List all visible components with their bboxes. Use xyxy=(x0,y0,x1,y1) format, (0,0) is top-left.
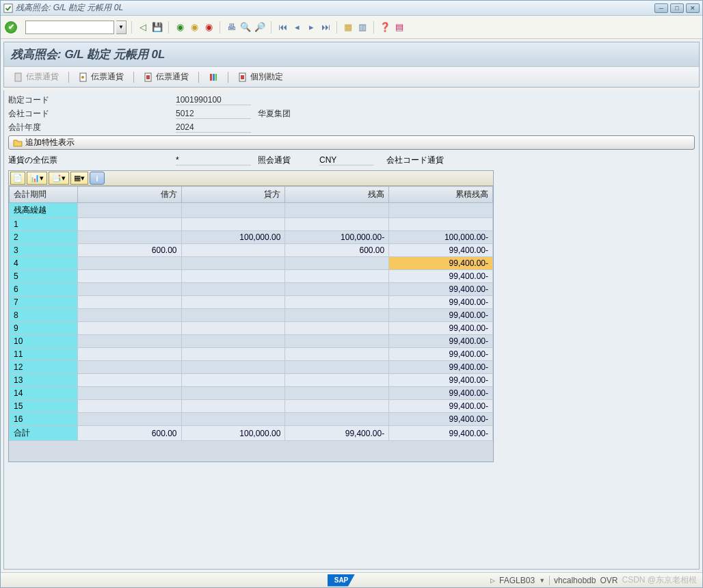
info-button[interactable]: i xyxy=(90,172,105,185)
cell-debit[interactable] xyxy=(77,283,181,296)
back-icon[interactable]: ◁ xyxy=(137,21,149,34)
table-row[interactable]: 1 xyxy=(10,218,493,231)
exit-icon[interactable]: ◉ xyxy=(188,21,200,34)
cell-balance[interactable] xyxy=(285,361,389,374)
cell-cum[interactable]: 99,400.00- xyxy=(389,296,493,309)
cell-debit[interactable]: 600.00 xyxy=(77,426,181,441)
cell-balance[interactable] xyxy=(285,387,389,400)
find-icon[interactable]: 🔍 xyxy=(239,21,252,34)
table-row[interactable]: 1099,400.00- xyxy=(10,335,493,348)
cell-debit[interactable] xyxy=(77,270,181,283)
cell-period[interactable]: 9 xyxy=(10,322,78,335)
cell-cum[interactable]: 99,400.00- xyxy=(389,387,493,400)
cell-period[interactable]: 合計 xyxy=(10,426,78,441)
doc-currency-1-button[interactable]: 伝票通貨 xyxy=(10,70,63,84)
cell-credit[interactable] xyxy=(181,283,285,296)
cell-credit[interactable] xyxy=(181,218,285,231)
cell-debit[interactable] xyxy=(77,413,181,426)
table-row[interactable]: 3600.00600.0099,400.00- xyxy=(10,244,493,257)
table-row[interactable]: 499,400.00- xyxy=(10,257,493,270)
cell-cum[interactable]: 99,400.00- xyxy=(389,270,493,283)
find-next-icon[interactable]: 🔎 xyxy=(254,21,266,34)
cell-period[interactable]: 3 xyxy=(10,244,78,257)
cell-cum[interactable]: 99,400.00- xyxy=(389,413,493,426)
help-icon[interactable]: ❓ xyxy=(379,21,391,34)
show-characteristics-button[interactable]: 追加特性表示 xyxy=(8,135,695,150)
cell-credit[interactable] xyxy=(181,309,285,322)
cell-period[interactable]: 11 xyxy=(10,348,78,361)
table-row[interactable]: 899,400.00- xyxy=(10,309,493,322)
cell-cum[interactable]: 99,400.00- xyxy=(389,400,493,413)
cell-period[interactable]: 2 xyxy=(10,231,78,244)
dropdown-icon[interactable]: ▼ xyxy=(539,577,545,584)
cell-balance[interactable] xyxy=(285,270,389,283)
layout-icon[interactable]: ▤ xyxy=(393,21,406,34)
cell-debit[interactable] xyxy=(77,257,181,270)
table-row[interactable]: 699,400.00- xyxy=(10,283,493,296)
cell-balance[interactable] xyxy=(285,322,389,335)
shortcut-icon[interactable]: ▥ xyxy=(356,21,369,34)
cell-cum[interactable]: 99,400.00- xyxy=(389,348,493,361)
table-row[interactable]: 1699,400.00- xyxy=(10,413,493,426)
cell-period[interactable]: 12 xyxy=(10,361,78,374)
cell-cum[interactable] xyxy=(389,218,493,231)
cell-cum[interactable]: 99,400.00- xyxy=(389,244,493,257)
cell-cum[interactable] xyxy=(389,203,493,218)
cell-debit[interactable] xyxy=(77,335,181,348)
cell-debit[interactable] xyxy=(77,348,181,361)
next-page-icon[interactable]: ▸ xyxy=(305,21,317,34)
cell-balance[interactable] xyxy=(285,374,389,387)
cell-debit[interactable] xyxy=(77,218,181,231)
cell-cum[interactable]: 99,400.00- xyxy=(389,283,493,296)
cell-cum[interactable]: 99,400.00- xyxy=(389,361,493,374)
cell-period[interactable]: 7 xyxy=(10,296,78,309)
col-debit[interactable]: 借方 xyxy=(77,187,181,203)
table-row[interactable]: 999,400.00- xyxy=(10,322,493,335)
cell-balance[interactable] xyxy=(285,218,389,231)
cell-period[interactable]: 残高繰越 xyxy=(10,203,78,218)
first-page-icon[interactable]: ⏮ xyxy=(276,21,289,34)
status-nav-icon[interactable]: ▷ xyxy=(490,577,495,584)
last-page-icon[interactable]: ⏭ xyxy=(319,21,332,34)
table-row[interactable]: 599,400.00- xyxy=(10,270,493,283)
doc-currency-3-button[interactable]: 伝票通貨 xyxy=(140,70,193,84)
close-button[interactable]: ✕ xyxy=(686,3,700,13)
cell-balance[interactable]: 600.00 xyxy=(285,244,389,257)
cell-period[interactable]: 13 xyxy=(10,374,78,387)
cell-balance[interactable] xyxy=(285,257,389,270)
table-row[interactable]: 799,400.00- xyxy=(10,296,493,309)
col-period[interactable]: 会計期間 xyxy=(10,187,78,203)
table-row[interactable]: 残高繰越 xyxy=(10,203,493,218)
cell-balance[interactable] xyxy=(285,400,389,413)
column-button[interactable] xyxy=(204,71,222,83)
cell-period[interactable]: 5 xyxy=(10,270,78,283)
cell-cum[interactable]: 99,400.00- xyxy=(389,335,493,348)
cell-credit[interactable] xyxy=(181,400,285,413)
col-balance[interactable]: 残高 xyxy=(285,187,389,203)
cell-debit[interactable]: 600.00 xyxy=(77,244,181,257)
cell-balance[interactable] xyxy=(285,348,389,361)
cell-credit[interactable] xyxy=(181,203,285,218)
cell-balance[interactable] xyxy=(285,203,389,218)
cell-debit[interactable] xyxy=(77,361,181,374)
cell-cum[interactable]: 99,400.00- xyxy=(389,426,493,441)
prev-page-icon[interactable]: ◂ xyxy=(291,21,303,34)
cell-credit[interactable] xyxy=(181,296,285,309)
cell-debit[interactable] xyxy=(77,296,181,309)
cell-debit[interactable] xyxy=(77,374,181,387)
print-icon[interactable]: 🖶 xyxy=(225,21,237,34)
save-icon[interactable]: 💾 xyxy=(151,21,163,34)
cell-cum[interactable]: 99,400.00- xyxy=(389,309,493,322)
cell-cum[interactable]: 99,400.00- xyxy=(389,322,493,335)
cell-balance[interactable]: 100,000.00- xyxy=(285,231,389,244)
cell-period[interactable]: 16 xyxy=(10,413,78,426)
table-row[interactable]: 2100,000.00100,000.00-100,000.00- xyxy=(10,231,493,244)
minimize-button[interactable]: ─ xyxy=(654,3,668,13)
cell-period[interactable]: 4 xyxy=(10,257,78,270)
cell-period[interactable]: 14 xyxy=(10,387,78,400)
table-row[interactable]: 1199,400.00- xyxy=(10,348,493,361)
cell-balance[interactable] xyxy=(285,283,389,296)
cell-debit[interactable] xyxy=(77,322,181,335)
cell-period[interactable]: 1 xyxy=(10,218,78,231)
cell-cum[interactable]: 99,400.00- xyxy=(389,374,493,387)
